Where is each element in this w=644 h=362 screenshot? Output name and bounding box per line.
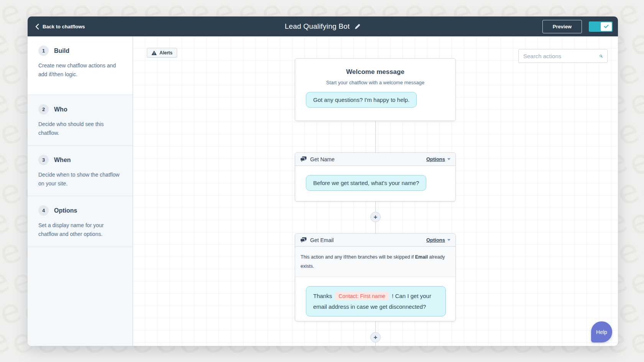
step-description: Set a display name for your chatflow and… (38, 221, 122, 239)
back-to-chatflows-link[interactable]: Back to chatflows (35, 24, 85, 29)
step-description: Create new chatflow actions and add if/t… (38, 61, 122, 79)
chat-bubbles-icon (300, 237, 307, 243)
note-bold-field: Email (415, 254, 428, 260)
chevron-down-icon (447, 158, 450, 160)
sidebar-step-options[interactable]: 4 Options Set a display name for your ch… (28, 196, 133, 247)
step-label: Who (54, 106, 67, 113)
step-head: 1 Build (38, 46, 122, 56)
step-number-badge: 3 (38, 155, 49, 165)
step-number-badge: 4 (38, 205, 49, 216)
check-icon (604, 25, 609, 28)
search-icon[interactable] (600, 53, 603, 59)
get-name-options-link[interactable]: Options (426, 156, 450, 162)
edit-title-pencil-icon[interactable] (354, 23, 361, 30)
flow-canvas[interactable]: Alerts Welcome message Start your chatfl… (133, 36, 618, 346)
step-label: When (54, 157, 71, 164)
step-description: Decide when to show the chatflow on your… (38, 170, 122, 188)
step-head: 2 Who (38, 104, 122, 115)
welcome-card-title: Welcome message (295, 68, 455, 76)
get-email-message-bubble[interactable]: ThanksContact: First name! Can I get you… (306, 286, 446, 317)
welcome-message-bubble[interactable]: Got any questions? I'm happy to help. (306, 92, 417, 108)
back-link-label: Back to chatflows (43, 24, 85, 29)
get-email-card-title: Get Email (310, 237, 334, 243)
top-bar-right: Preview (542, 20, 613, 33)
step-label: Options (54, 207, 77, 214)
get-name-card[interactable]: Get Name Options Before we get started, … (295, 152, 456, 201)
welcome-message-card[interactable]: Welcome message Start your chatflow with… (295, 58, 456, 121)
sidebar-step-when[interactable]: 3 When Decide when to show the chatflow … (28, 146, 133, 196)
get-email-options-link[interactable]: Options (426, 237, 450, 243)
alerts-label: Alerts (159, 50, 172, 56)
contact-first-name-token[interactable]: Contact: First name (335, 292, 389, 300)
help-button[interactable]: Help (591, 321, 612, 342)
get-name-card-header: Get Name Options (295, 153, 455, 166)
add-action-button[interactable]: + (370, 332, 381, 342)
options-label: Options (426, 156, 445, 162)
search-actions-box (518, 49, 608, 63)
sidebar-filler (28, 247, 133, 346)
steps-sidebar: 1 Build Create new chatflow actions and … (28, 36, 133, 346)
get-email-card[interactable]: Get Email Options This action and any if… (295, 233, 456, 321)
add-action-button[interactable]: + (370, 212, 381, 222)
top-bar: Back to chatflows Lead Qualifying Bot Pr… (28, 16, 618, 36)
message-text: Thanks (313, 293, 332, 299)
step-head: 4 Options (38, 205, 122, 216)
get-name-message-bubble[interactable]: Before we get started, what's your name? (306, 175, 426, 191)
step-head: 3 When (38, 155, 122, 165)
preview-button[interactable]: Preview (542, 20, 582, 33)
get-name-card-title: Get Name (310, 156, 335, 162)
title-wrap: Lead Qualifying Bot (28, 22, 618, 31)
chevron-down-icon (447, 239, 450, 241)
app-body: 1 Build Create new chatflow actions and … (28, 36, 618, 346)
publish-toggle[interactable] (589, 21, 613, 32)
warning-triangle-icon (151, 51, 157, 55)
alerts-badge[interactable]: Alerts (147, 48, 177, 57)
sidebar-step-build[interactable]: 1 Build Create new chatflow actions and … (28, 36, 133, 95)
step-number-badge: 1 (38, 46, 49, 56)
get-email-card-body: ThanksContact: First name! Can I get you… (295, 277, 455, 317)
search-actions-input[interactable] (523, 53, 600, 59)
skip-condition-note: This action and any if/then branches wil… (295, 247, 455, 277)
publish-toggle-knob (601, 22, 612, 31)
note-text: This action and any if/then branches wil… (301, 254, 415, 260)
chatflow-title: Lead Qualifying Bot (285, 22, 350, 31)
chat-bubbles-icon (300, 156, 307, 162)
get-email-card-header: Get Email Options (295, 234, 455, 247)
sidebar-step-who[interactable]: 2 Who Decide who should see this chatflo… (28, 95, 133, 146)
options-label: Options (426, 237, 445, 243)
get-name-card-body: Before we get started, what's your name? (295, 166, 455, 191)
step-number-badge: 2 (38, 104, 49, 115)
step-description: Decide who should see this chatflow. (38, 120, 122, 138)
welcome-card-subtitle: Start your chatflow with a welcome messa… (295, 80, 455, 85)
chevron-left-icon (35, 24, 39, 29)
step-label: Build (54, 48, 69, 54)
chatflow-builder-window: Back to chatflows Lead Qualifying Bot Pr… (28, 16, 618, 346)
